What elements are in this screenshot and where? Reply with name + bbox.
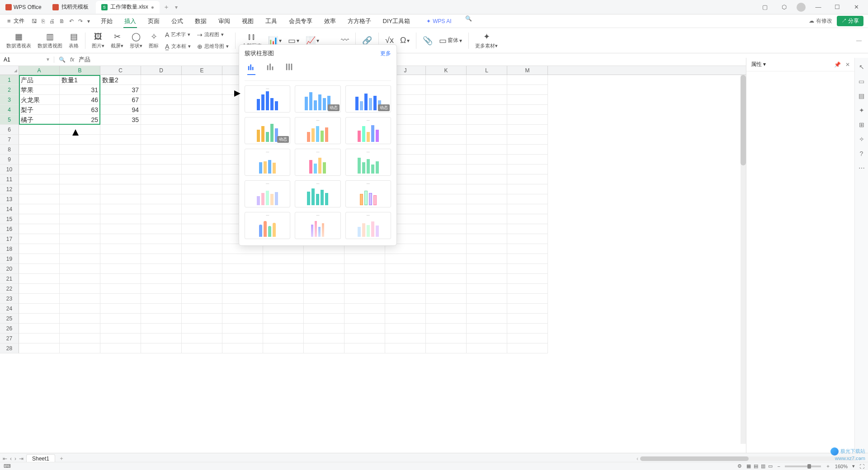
cell[interactable]	[426, 204, 467, 214]
cell[interactable]	[100, 125, 141, 135]
cell[interactable]	[467, 145, 507, 155]
cell[interactable]	[60, 264, 100, 274]
style-tool-icon[interactable]: ▭	[859, 78, 864, 85]
cell[interactable]	[507, 324, 548, 334]
screenshot-button[interactable]: ✂截屏▾	[111, 32, 123, 49]
cell[interactable]	[100, 174, 141, 184]
cell[interactable]: 37	[100, 85, 141, 95]
cell[interactable]	[426, 214, 467, 224]
tab-menu-dropdown[interactable]: ▾	[173, 4, 179, 10]
cell[interactable]	[141, 85, 182, 95]
chart-thumb-5[interactable]: —	[295, 117, 340, 144]
cell[interactable]	[182, 145, 222, 155]
cell[interactable]	[19, 155, 60, 164]
ribbon-tab-formula[interactable]: 公式	[170, 15, 184, 27]
cell[interactable]	[467, 75, 507, 85]
cell[interactable]: 梨子	[19, 105, 60, 115]
cell[interactable]	[100, 264, 141, 274]
ribbon-tab-diy[interactable]: DIY工具箱	[382, 15, 411, 27]
cell[interactable]: 31	[60, 85, 100, 95]
cell[interactable]	[385, 314, 426, 324]
cell[interactable]	[507, 294, 548, 304]
view-break-icon[interactable]: ▥	[761, 463, 765, 469]
pivot-table-button[interactable]: ▦数据透视表	[6, 32, 31, 49]
cell[interactable]	[507, 214, 548, 224]
attachment-button[interactable]: 📎	[423, 36, 433, 46]
cell[interactable]	[182, 244, 222, 254]
cell[interactable]	[60, 194, 100, 204]
ribbon-tab-efficiency[interactable]: 效率	[323, 15, 337, 27]
cell[interactable]	[19, 284, 60, 294]
minimize-button[interactable]: —	[812, 4, 825, 10]
cell[interactable]	[141, 164, 182, 174]
cell[interactable]	[304, 304, 344, 314]
cell[interactable]	[467, 343, 507, 353]
cell[interactable]	[507, 343, 548, 353]
cell[interactable]	[426, 254, 467, 264]
cell[interactable]	[304, 284, 344, 294]
cell[interactable]: 火龙果	[19, 95, 60, 105]
cell[interactable]	[100, 274, 141, 284]
cell[interactable]	[263, 314, 304, 324]
name-box-dropdown-icon[interactable]: ▼	[46, 57, 50, 62]
cell[interactable]	[426, 194, 467, 204]
cell[interactable]	[467, 304, 507, 314]
cell[interactable]	[344, 314, 385, 324]
cell[interactable]	[426, 155, 467, 164]
cell[interactable]: 产品	[19, 75, 60, 85]
cell[interactable]	[141, 343, 182, 353]
cell[interactable]	[141, 274, 182, 284]
print-icon[interactable]: 🖨	[49, 18, 55, 24]
cell[interactable]	[426, 75, 467, 85]
cell[interactable]	[60, 244, 100, 254]
cell[interactable]	[344, 254, 385, 264]
cell[interactable]	[222, 343, 263, 353]
cell[interactable]	[182, 105, 222, 115]
cell[interactable]	[222, 314, 263, 324]
cell[interactable]	[467, 214, 507, 224]
cell[interactable]	[19, 214, 60, 224]
cell[interactable]	[100, 164, 141, 174]
cell[interactable]	[222, 304, 263, 314]
close-panel-icon[interactable]: ✕	[845, 61, 850, 68]
cell[interactable]	[100, 294, 141, 304]
print-preview-icon[interactable]: 🗎	[59, 18, 65, 24]
name-box[interactable]: ▼	[0, 56, 54, 63]
row-header[interactable]: 7	[0, 135, 19, 145]
art-text-button[interactable]: A艺术字 ▾	[165, 30, 191, 40]
cell[interactable]	[507, 204, 548, 214]
cell[interactable]	[467, 194, 507, 204]
collapse-ribbon-icon[interactable]: —	[856, 38, 862, 44]
cell[interactable]: 25	[60, 115, 100, 125]
row-header[interactable]: 16	[0, 224, 19, 234]
cell[interactable]	[182, 214, 222, 224]
row-header[interactable]: 14	[0, 204, 19, 214]
cell[interactable]	[304, 314, 344, 324]
tab-add-button[interactable]: ＋	[160, 3, 173, 11]
cell[interactable]	[507, 164, 548, 174]
row-header[interactable]: 8	[0, 145, 19, 155]
fullscreen-icon[interactable]: ⛶	[859, 464, 864, 469]
cell[interactable]	[60, 135, 100, 145]
add-sheet-button[interactable]: ＋	[55, 455, 68, 462]
cell[interactable]	[60, 274, 100, 284]
cell[interactable]	[100, 234, 141, 244]
cell[interactable]	[141, 115, 182, 125]
select-all-corner[interactable]: ◢	[0, 66, 19, 75]
cell[interactable]	[100, 155, 141, 164]
cell[interactable]	[100, 135, 141, 145]
cell[interactable]	[60, 125, 100, 135]
chart-thumb-14[interactable]: —	[295, 212, 340, 239]
cell[interactable]	[60, 234, 100, 244]
cell[interactable]	[182, 304, 222, 314]
cell[interactable]	[507, 174, 548, 184]
chart-thumb-6[interactable]: —	[345, 117, 391, 144]
sheet-nav-last-icon[interactable]: ⇥	[19, 456, 24, 462]
cell[interactable]	[141, 254, 182, 264]
cell[interactable]	[100, 184, 141, 194]
cell[interactable]	[19, 304, 60, 314]
cell[interactable]	[19, 254, 60, 264]
row-header[interactable]: 28	[0, 343, 19, 353]
cell[interactable]	[182, 75, 222, 85]
cell[interactable]	[467, 234, 507, 244]
